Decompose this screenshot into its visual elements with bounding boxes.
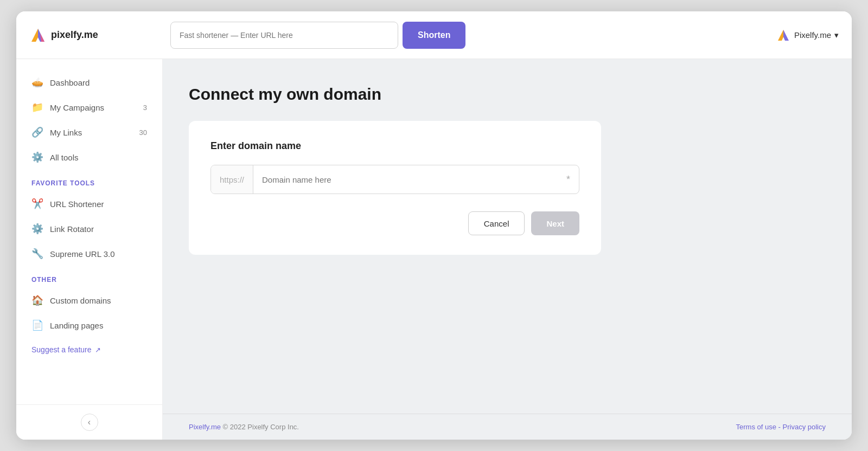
sidebar-item-label: Custom domains [50,296,111,305]
logo-area: pixelfy.me [29,27,170,44]
footer-right: Terms of use - Privacy policy [736,423,826,431]
sidebar-item-label: Landing pages [50,321,103,330]
header-center: Shorten [170,22,777,49]
sidebar-item-label: URL Shortener [50,199,104,209]
next-button[interactable]: Next [531,211,579,235]
sidebar-item-campaigns[interactable]: 📁 My Campaigns 3 [16,95,162,120]
sidebar-nav: 🥧 Dashboard 📁 My Campaigns 3 🔗 My Links … [16,70,162,404]
sidebar-item-label: All tools [50,153,79,162]
sidebar-item-link-rotator[interactable]: ⚙️ Link Rotator [16,216,162,241]
card-section-title: Enter domain name [210,140,579,152]
sidebar-item-label: Supreme URL 3.0 [50,249,115,259]
campaigns-icon: 📁 [31,101,43,113]
home-icon: 🏠 [31,294,43,306]
domain-prefix: https:// [211,165,253,194]
card-actions: Cancel Next [210,211,579,235]
sidebar-item-custom-domains[interactable]: 🏠 Custom domains [16,288,162,313]
page-title: Connect my own domain [189,85,826,104]
logo-icon [29,27,47,44]
other-label: OTHER [16,266,162,288]
domain-card: Enter domain name https:// * Cancel Next [189,121,601,255]
app-footer: Pixelfy.me © 2022 Pixelfy Corp Inc. Term… [163,414,852,440]
pixelfy-logo-icon [777,29,790,42]
suggest-label: Suggest a feature [31,345,92,354]
sidebar-item-label: Dashboard [50,78,90,87]
sidebar: 🥧 Dashboard 📁 My Campaigns 3 🔗 My Links … [16,59,163,440]
header: pixelfy.me Shorten Pixelfy.me ▾ [16,11,852,59]
sidebar-item-supreme-url[interactable]: 🔧 Supreme URL 3.0 [16,241,162,266]
main-layout: 🥧 Dashboard 📁 My Campaigns 3 🔗 My Links … [16,59,852,440]
sidebar-item-label: Link Rotator [50,224,94,234]
scissors-icon: ✂️ [31,198,43,210]
logo-text: pixelfy.me [51,29,98,41]
dashboard-icon: 🥧 [31,76,43,88]
links-icon: 🔗 [31,126,43,138]
header-right: Pixelfy.me ▾ [777,29,839,42]
cancel-button[interactable]: Cancel [468,211,525,235]
links-badge: 30 [139,128,147,137]
page-icon: 📄 [31,319,43,331]
suggest-feature-link[interactable]: Suggest a feature ↗ [16,338,162,362]
collapse-sidebar-button[interactable]: ‹ [81,414,98,431]
footer-terms-link[interactable]: Terms of use - Privacy policy [736,423,826,431]
footer-copyright: © 2022 Pixelfy Corp Inc. [221,423,299,431]
url-input-wrap [170,22,398,49]
dropdown-arrow-icon: ▾ [834,30,839,40]
sidebar-item-dashboard[interactable]: 🥧 Dashboard [16,70,162,95]
footer-brand-link[interactable]: Pixelfy.me [189,423,221,431]
sidebar-item-label: My Links [50,128,82,137]
supreme-icon: 🔧 [31,248,43,260]
svg-marker-4 [783,30,789,41]
external-link-icon: ↗ [95,346,101,354]
sidebar-item-links[interactable]: 🔗 My Links 30 [16,120,162,145]
domain-input-row: https:// * [210,165,579,194]
domain-name-input[interactable] [253,165,558,194]
campaigns-badge: 3 [143,104,147,112]
favorite-tools-label: FAVORITE TOOLS [16,170,162,191]
sidebar-item-url-shortener[interactable]: ✂️ URL Shortener [16,191,162,216]
rotator-icon: ⚙️ [31,223,43,235]
sidebar-item-label: My Campaigns [50,103,104,112]
alltools-icon: ⚙️ [31,151,43,163]
content-area: Connect my own domain Enter domain name … [163,59,852,414]
user-menu[interactable]: Pixelfy.me ▾ [794,30,839,40]
required-asterisk: * [558,174,579,185]
sidebar-item-landing-pages[interactable]: 📄 Landing pages [16,313,162,338]
shorten-button[interactable]: Shorten [403,22,465,49]
sidebar-item-alltools[interactable]: ⚙️ All tools [16,145,162,170]
sidebar-footer: ‹ [16,404,162,440]
user-label: Pixelfy.me [794,30,831,40]
footer-left: Pixelfy.me © 2022 Pixelfy Corp Inc. [189,423,299,431]
url-shortener-input[interactable] [171,22,398,48]
